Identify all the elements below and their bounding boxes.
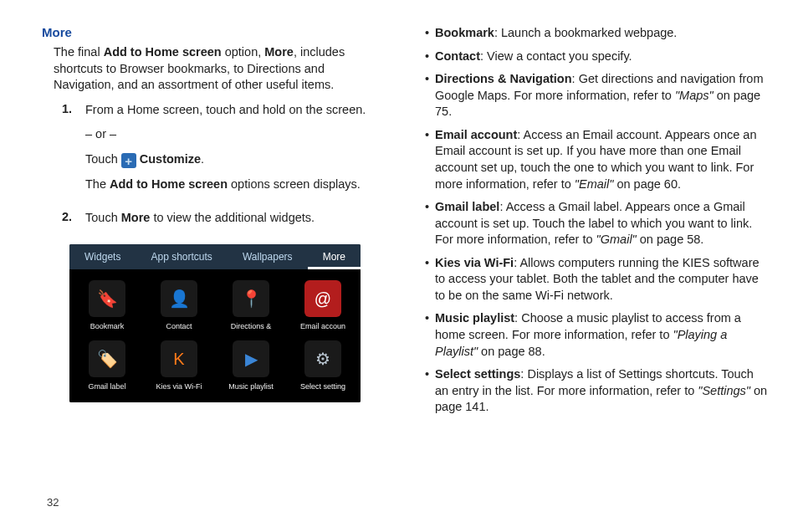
- app-label: Select setting: [300, 382, 345, 391]
- app-gmail-label[interactable]: 🏷️Gmail label: [71, 335, 143, 396]
- bullet-gmail-label: •Gmail label: Access a Gmail label. Appe…: [425, 199, 768, 248]
- tab-widgets[interactable]: Widgets: [69, 244, 136, 269]
- bullet-bookmark: •Bookmark: Launch a bookmarked webpage.: [425, 25, 768, 42]
- bullet-music-playlist: •Music playlist: Choose a music playlist…: [425, 310, 768, 360]
- bullet-dot: •: [425, 199, 435, 248]
- step-or: – or –: [85, 126, 388, 143]
- step-1: 1. From a Home screen, touch and hold on…: [62, 102, 388, 202]
- section-heading: More: [42, 25, 388, 39]
- tab-wallpapers[interactable]: Wallpapers: [228, 244, 308, 269]
- app-label: Kies via Wi-Fi: [156, 382, 202, 391]
- bullet-term: Gmail label: [435, 200, 499, 213]
- bullet-term: Directions & Navigation: [435, 72, 572, 85]
- reference: "Email": [575, 177, 614, 191]
- text: options screen displays.: [228, 177, 361, 191]
- app-label: Email accoun: [300, 322, 345, 330]
- text: The: [85, 177, 110, 191]
- text: :: [517, 128, 523, 141]
- bullet-text: Email account: Access an Email account. …: [435, 127, 768, 192]
- app-contact[interactable]: 👤Contact: [143, 275, 215, 335]
- step-line: From a Home screen, touch and hold on th…: [85, 102, 388, 119]
- app-icon: K: [161, 340, 197, 377]
- panel-tabs: Widgets App shortcuts Wallpapers More: [69, 244, 361, 270]
- app-icon: 🏷️: [89, 340, 125, 377]
- app-kies-via-wi-fi[interactable]: KKies via Wi-Fi: [143, 335, 215, 396]
- bullet-dot: •: [425, 71, 435, 120]
- bullet-text: Music playlist: Choose a music playlist …: [435, 310, 768, 360]
- app-select-setting[interactable]: ⚙Select setting: [287, 335, 359, 396]
- app-bookmark[interactable]: 🔖Bookmark: [71, 275, 143, 335]
- app-music-playlist[interactable]: ▶Music playlist: [215, 335, 287, 396]
- app-label: Contact: [166, 322, 192, 330]
- app-icon: @: [304, 280, 341, 317]
- bullet-text: Select settings: Displays a list of Sett…: [435, 366, 768, 416]
- bullet-term: Contact: [435, 49, 480, 63]
- app-label: Bookmark: [90, 322, 125, 330]
- reference: "Maps": [675, 89, 714, 102]
- bullet-term: Select settings: [435, 367, 520, 381]
- page-number: 32: [47, 496, 59, 509]
- app-label: Gmail label: [88, 382, 125, 391]
- step-number: 1.: [62, 102, 85, 202]
- bullet-dot: •: [425, 366, 435, 416]
- text: to view the additional widgets.: [150, 211, 315, 224]
- step-number: 2.: [62, 210, 85, 235]
- bullet-email-account: •Email account: Access an Email account.…: [425, 127, 768, 192]
- bullet-term: Bookmark: [435, 26, 494, 39]
- tab-app-shortcuts[interactable]: App shortcuts: [136, 244, 227, 269]
- text: on page 88.: [478, 345, 545, 358]
- text: :: [480, 49, 487, 63]
- reference: "Settings": [698, 384, 750, 397]
- app-icon: 👤: [161, 280, 197, 317]
- bullet-term: Music playlist: [435, 311, 514, 325]
- bullet-term: Email account: [435, 128, 517, 141]
- intro-paragraph: The final Add to Home screen option, Mor…: [54, 44, 388, 94]
- text: Touch: [85, 152, 121, 166]
- bullet-kies-via-wi-fi: •Kies via Wi-Fi: Allows computers runnin…: [425, 255, 768, 304]
- step-body: Touch More to view the additional widget…: [85, 210, 388, 235]
- bullet-dot: •: [425, 49, 435, 65]
- text: :: [494, 26, 501, 39]
- bullet-text: Bookmark: Launch a bookmarked webpage.: [435, 25, 768, 42]
- step-line: Touch More to view the additional widget…: [85, 210, 388, 227]
- text: :: [514, 311, 521, 325]
- app-email-accoun[interactable]: @Email accoun: [287, 275, 359, 335]
- app-label: Music playlist: [228, 382, 274, 391]
- bullet-text: Kies via Wi-Fi: Allows computers running…: [435, 255, 768, 304]
- bullet-term: Kies via Wi-Fi: [435, 256, 514, 269]
- left-column: More The final Add to Home screen option…: [42, 25, 388, 422]
- app-icon: 🔖: [89, 280, 125, 317]
- text: option,: [222, 45, 265, 59]
- bullet-contact: •Contact: View a contact you specify.: [425, 49, 768, 65]
- app-icon: 📍: [233, 280, 269, 317]
- text: :: [499, 200, 505, 213]
- text: :: [572, 72, 579, 85]
- bullet-directions-navigation: •Directions & Navigation: Get directions…: [425, 71, 768, 120]
- app-icon: ▶: [233, 340, 269, 377]
- term-add-to-home: Add to Home screen: [110, 177, 228, 191]
- term-add-to-home: Add to Home screen: [104, 45, 222, 59]
- app-directions[interactable]: 📍Directions &: [215, 275, 287, 335]
- text: .: [201, 152, 204, 166]
- bullet-dot: •: [425, 25, 435, 42]
- step-body: From a Home screen, touch and hold on th…: [85, 102, 388, 202]
- bullet-text: Gmail label: Access a Gmail label. Appea…: [435, 199, 768, 248]
- bullet-dot: •: [425, 310, 435, 360]
- step-touch: Touch + Customize.: [85, 151, 388, 169]
- bullet-select-settings: •Select settings: Displays a list of Set…: [425, 366, 768, 416]
- step-2: 2. Touch More to view the additional wid…: [62, 210, 388, 235]
- text: Launch a bookmarked webpage.: [501, 26, 677, 39]
- app-label: Directions &: [231, 322, 272, 330]
- text: on page 60.: [613, 177, 681, 191]
- term-more: More: [264, 45, 294, 59]
- term-more: More: [121, 211, 151, 224]
- bullet-dot: •: [425, 127, 435, 192]
- tab-more[interactable]: More: [308, 244, 361, 269]
- text: Touch: [85, 211, 121, 224]
- bullet-text: Directions & Navigation: Get directions …: [435, 71, 768, 120]
- right-column: •Bookmark: Launch a bookmarked webpage.•…: [422, 25, 768, 422]
- customize-plus-icon: +: [121, 153, 136, 168]
- bullet-dot: •: [425, 255, 435, 304]
- step-result: The Add to Home screen options screen di…: [85, 176, 388, 193]
- customize-label: Customize: [140, 152, 201, 166]
